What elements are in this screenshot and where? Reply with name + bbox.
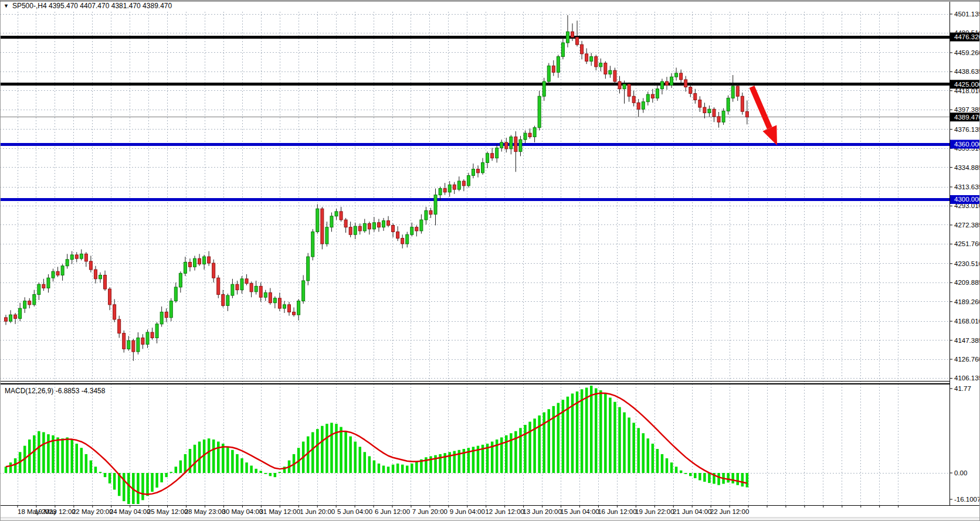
bull-candle: [127, 340, 130, 349]
bull-candle: [467, 176, 470, 186]
bull-candle: [137, 338, 140, 352]
bear-candle: [745, 111, 748, 117]
macd-tick-label: 0.00: [954, 469, 967, 476]
price-tick-label: 4397.385: [954, 106, 980, 113]
price-tick-label: 4376.135: [954, 126, 980, 133]
bull-candle: [727, 98, 730, 111]
bear-candle: [123, 333, 126, 349]
price-tick-label: 4230.510: [954, 260, 980, 267]
bear-candle: [491, 154, 494, 158]
bull-candle: [160, 312, 163, 324]
bull-candle: [255, 286, 257, 291]
macd-tick-label: -16.1007: [954, 496, 980, 503]
bull-candle: [302, 281, 305, 301]
bear-candle: [245, 279, 248, 284]
bull-candle: [731, 86, 734, 98]
bull-candle: [542, 81, 545, 96]
bear-candle: [84, 254, 87, 261]
bear-candle: [571, 32, 574, 37]
bear-candle: [552, 66, 555, 72]
bear-candle: [212, 263, 215, 278]
bear-candle: [250, 284, 253, 292]
bear-candle: [42, 284, 45, 288]
bull-candle: [457, 181, 460, 189]
price-axis: 4501.1354480.5104459.2604438.6354418.010…: [950, 0, 980, 521]
bear-candle: [14, 315, 17, 318]
bull-candle: [70, 255, 73, 260]
time-tick-label: 22 May 20:00: [72, 508, 113, 515]
bull-candle: [561, 43, 564, 57]
bear-candle: [132, 340, 135, 352]
bull-candle: [316, 209, 319, 231]
chart-title-row: ▼ SP500-,H4 4395.470 4407.470 4381.470 4…: [4, 2, 172, 10]
time-tick-label: 9 Jun 04:00: [450, 508, 485, 515]
bull-candle: [155, 324, 158, 338]
symbol-dropdown-icon[interactable]: ▼: [4, 3, 9, 9]
bear-candle: [188, 262, 191, 267]
bear-candle: [401, 239, 404, 244]
bull-candle: [557, 57, 559, 73]
bear-candle: [396, 232, 399, 239]
bear-candle: [581, 45, 584, 54]
price-tick-label: 4168.010: [954, 318, 980, 325]
bear-candle: [628, 84, 630, 96]
bull-candle: [61, 266, 64, 275]
bull-candle: [623, 84, 626, 89]
bull-candle: [448, 185, 451, 192]
bull-candle: [599, 63, 602, 67]
bull-candle: [500, 142, 503, 148]
bull-candle: [496, 148, 499, 158]
price-tick-label: 4251.760: [954, 240, 980, 247]
bull-candle: [524, 133, 527, 139]
chart-background: [0, 0, 980, 521]
bear-candle: [198, 258, 201, 264]
mt4-chart-window: ▼ SP500-,H4 4395.470 4407.470 4381.470 4…: [0, 0, 980, 521]
bull-candle: [297, 301, 300, 315]
bear-candle: [151, 332, 154, 338]
bull-candle: [547, 66, 550, 81]
bear-candle: [5, 318, 8, 321]
time-tick-label: 25 May 12:00: [147, 508, 188, 515]
time-tick-label: 1 Jun 20:00: [300, 508, 335, 515]
bull-candle: [533, 128, 536, 137]
bull-candle: [335, 212, 338, 216]
bull-candle: [439, 189, 442, 195]
bull-candle: [174, 287, 177, 301]
bear-candle: [368, 223, 371, 229]
bear-candle: [684, 80, 687, 87]
bear-candle: [689, 87, 692, 94]
bear-candle: [321, 209, 324, 244]
bull-candle: [510, 137, 513, 148]
bull-candle: [226, 295, 229, 305]
bull-candle: [481, 163, 484, 173]
bear-candle: [415, 227, 418, 231]
price-tick-label: 4313.635: [954, 183, 980, 190]
bear-candle: [453, 185, 456, 189]
price-tick-label: 4438.635: [954, 68, 980, 75]
bull-candle: [325, 227, 328, 244]
macd-indicator-label: MACD(12,26,9) -6.8853 -4.3458: [5, 387, 105, 395]
chart-canvas[interactable]: 4501.1354480.5104459.2604438.6354418.010…: [0, 0, 980, 521]
bear-candle: [208, 257, 211, 263]
bear-candle: [75, 255, 78, 258]
bear-candle: [293, 312, 296, 315]
bear-candle: [698, 100, 701, 108]
bear-candle: [613, 70, 616, 81]
price-tick-label: 4147.385: [954, 337, 980, 344]
price-tick-label: 4126.760: [954, 356, 980, 363]
bull-candle: [330, 216, 333, 227]
bull-candle: [675, 73, 678, 77]
bear-candle: [217, 278, 220, 294]
bear-candle: [717, 117, 720, 122]
bull-candle: [372, 223, 375, 229]
bull-candle: [538, 96, 541, 127]
bull-candle: [231, 284, 234, 295]
price-badge-label: 4389.470: [954, 114, 980, 121]
time-tick-label: 31 May 12:00: [259, 508, 300, 515]
bear-candle: [113, 305, 116, 319]
time-tick-label: 15 Jun 04:00: [560, 508, 599, 515]
bull-candle: [656, 89, 659, 98]
time-tick-label: 22 Jun 12:00: [710, 508, 750, 515]
bull-candle: [23, 301, 26, 309]
bear-candle: [666, 81, 669, 85]
